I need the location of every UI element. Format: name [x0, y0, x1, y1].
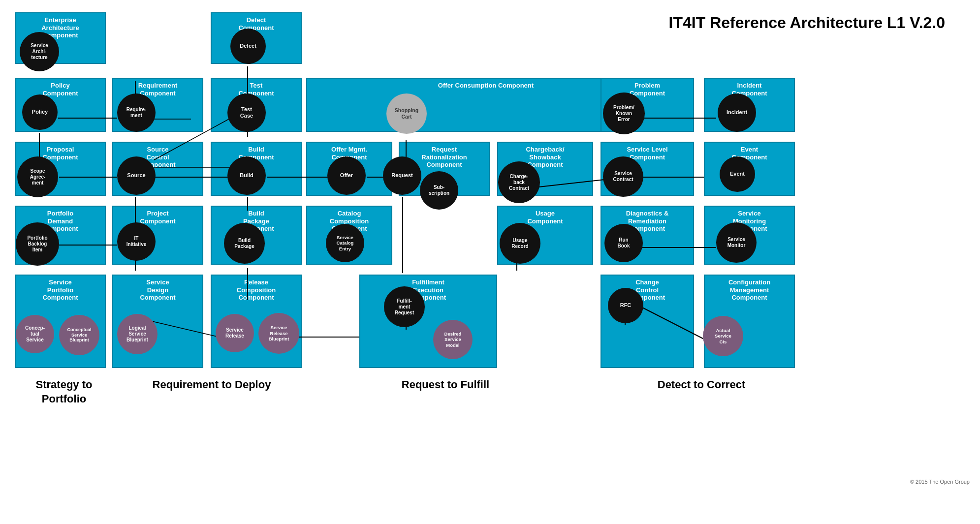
usage-component-label: UsageComponent: [527, 210, 563, 225]
requirement-component-label: RequirementComponent: [138, 82, 177, 97]
section-detect: Detect to Correct: [605, 378, 797, 392]
it-initiative-node: ITInitiative: [117, 222, 156, 261]
requirement-node: Require-ment: [117, 93, 156, 132]
logical-service-blueprint-node: LogicalServiceBlueprint: [117, 314, 158, 354]
conceptual-service-blueprint-node: ConceptualServiceBlueprint: [59, 315, 99, 355]
actual-service-cis-node: ActualServiceCIs: [703, 316, 743, 356]
section-strategy: Strategy toPortfolio: [15, 378, 113, 406]
build-node: Build: [227, 156, 266, 195]
problem-node: Problem/KnownError: [603, 92, 645, 134]
service-portfolio-label: ServicePortfolioComponent: [42, 278, 78, 301]
service-design-label: ServiceDesignComponent: [140, 278, 175, 301]
subscription-node: Sub-scription: [420, 171, 458, 210]
incident-node: Incident: [718, 93, 756, 132]
request-rationalization-label: RequestRationalizationComponent: [421, 146, 467, 168]
service-contract-node: ServiceContract: [603, 156, 643, 197]
scope-agreement-node: ScopeAgree-ment: [17, 156, 58, 197]
defect-node: Defect: [230, 29, 266, 64]
rfc-node: RFC: [608, 288, 643, 323]
fulfillment-execution-component: FulfillmentExecutionComponent: [359, 275, 497, 368]
service-release-node: ServiceRelease: [216, 314, 254, 352]
portfolio-backlog-node: PortfolioBacklogItem: [16, 222, 59, 266]
test-case-node: TestCase: [227, 93, 266, 132]
desired-service-model-node: DesiredServiceModel: [433, 320, 473, 359]
run-book-node: RunBook: [604, 224, 643, 262]
section-requirement: Requirement to Deploy: [118, 378, 305, 392]
change-control-component: ChangeControlComponent: [601, 275, 694, 368]
service-monitor-node: ServiceMonitor: [716, 222, 757, 263]
event-node: Event: [720, 156, 755, 192]
section-request: Request to Fulfill: [335, 378, 556, 392]
fulfillment-request-node: Fulfill-mentRequest: [384, 286, 425, 327]
policy-node: Policy: [22, 94, 58, 130]
service-architecture-node: ServiceArchi-tecture: [20, 32, 59, 71]
conceptual-service-node: Concep-tualService: [16, 315, 54, 353]
policy-component-label: PolicyComponent: [42, 82, 78, 97]
request-node: Request: [383, 156, 421, 195]
config-mgmt-label: ConfigurationManagementComponent: [728, 278, 770, 301]
service-release-blueprint-node: ServiceReleaseBlueprint: [258, 313, 299, 354]
chargeback-contract-node: Charge-backContract: [498, 161, 540, 203]
copyright: © 2015 The Open Group: [910, 479, 970, 485]
diagram-container: IT4IT Reference Architecture L1 V.2.0: [5, 5, 975, 487]
usage-record-node: UsageRecord: [500, 223, 540, 264]
proposal-label: ProposalComponent: [42, 146, 78, 161]
chargeback-label: Chargeback/ShowbackComponent: [526, 146, 564, 168]
service-level-label: Service LevelComponent: [627, 146, 667, 161]
shopping-cart-node: ShoppingCart: [386, 93, 427, 134]
offer-node: Offer: [327, 156, 366, 195]
service-catalog-entry-node: ServiceCatalogEntry: [326, 224, 364, 262]
build-package-node: BuildPackage: [224, 223, 265, 264]
source-node: Source: [117, 156, 156, 195]
problem-component-label: ProblemComponent: [630, 82, 665, 97]
release-composition-label: ReleaseCompositionComponent: [237, 278, 276, 301]
main-title: IT4IT Reference Architecture L1 V.2.0: [669, 14, 945, 32]
offer-consumption-label: Offer Consumption Component: [438, 82, 534, 89]
project-component-label: ProjectComponent: [140, 210, 175, 225]
